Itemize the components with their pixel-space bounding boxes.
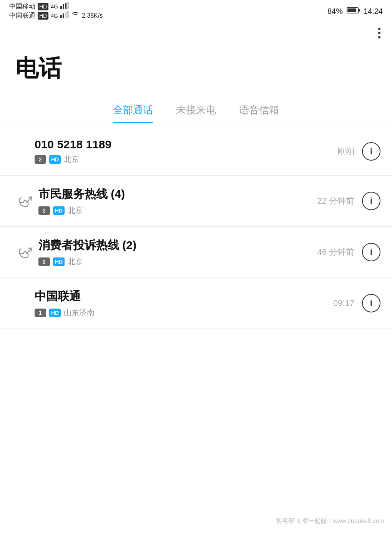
badge-hd-1: HD [49,155,61,164]
call-location-4: 山东济南 [64,307,95,318]
carrier1-name: 中国移动 [9,2,35,11]
badge-sim-1: 2 [35,155,46,164]
time-text: 14:24 [364,7,383,16]
app-header [0,22,392,42]
tab-all-calls-label: 全部通话 [113,103,153,117]
call-list: 010 5218 1189 2 HD 北京 刚刚 i 市民服务热线 (4) [0,127,392,329]
call-name-4: 中国联通 [35,289,333,304]
watermark: 客客帮 有客一起赚！www.zuanke8.com [276,517,384,525]
call-time-2: 22 分钟前 [317,195,354,207]
info-button-1[interactable]: i [362,142,380,161]
call-time-1: 刚刚 [337,146,354,157]
svg-rect-5 [63,13,64,18]
carrier2-name: 中国联通 [9,12,35,20]
status-bar: 中国移动 HD 4G 中国联通 HD 4G 2.38K/s 84% 14:24 [0,0,392,22]
more-menu-button[interactable] [378,28,380,38]
call-item-1[interactable]: 010 5218 1189 2 HD 北京 刚刚 i [0,127,392,176]
call-right-3: 46 分钟前 i [317,243,380,261]
call-right-4: 09:17 i [333,294,380,312]
page-title-section: 电话 [0,42,392,92]
info-button-4[interactable]: i [362,294,380,312]
call-time-4: 09:17 [333,298,354,308]
call-meta-2: 2 HD 北京 [38,205,317,216]
battery-icon [347,7,360,16]
tab-all-calls[interactable]: 全部通话 [113,103,153,123]
page-title: 电话 [15,53,377,84]
call-right-2: 22 分钟前 i [317,192,380,210]
call-info-2: 市民服务热线 (4) 2 HD 北京 [38,186,317,216]
info-icon-2: i [370,196,372,206]
call-right-1: 刚刚 i [337,142,380,161]
tab-voicemail[interactable]: 语音信箱 [239,103,279,123]
dot1 [378,28,380,30]
info-icon-1: i [370,146,372,156]
info-icon-3: i [370,247,372,257]
call-location-2: 北京 [68,205,83,216]
wifi-icon [71,11,80,20]
svg-rect-9 [358,9,360,12]
missed-call-icon-2 [15,194,35,208]
svg-rect-2 [65,3,66,9]
call-item-4[interactable]: 中国联通 1 HD 山东济南 09:17 i [0,278,392,329]
signal-bars-2 [60,11,69,20]
watermark-text: 客客帮 有客一起赚！www.zuanke8.com [276,518,384,524]
carrier2-line: 中国联通 HD 4G 2.38K/s [9,11,103,20]
tab-missed-calls-label: 未接来电 [176,103,216,117]
svg-rect-6 [65,12,66,18]
call-info-4: 中国联通 1 HD 山东济南 [35,289,333,318]
svg-rect-10 [347,8,356,12]
status-right: 84% 14:24 [327,7,383,16]
badge-hd-4: HD [49,309,61,317]
call-name-1: 010 5218 1189 [35,138,337,151]
tabs-container: 全部通话 未接来电 语音信箱 [0,92,392,123]
call-location-3: 北京 [68,256,83,267]
call-name-3: 消费者投诉热线 (2) [38,237,317,253]
dot3 [378,36,380,38]
carrier2-signal: HD [38,12,48,20]
info-button-3[interactable]: i [362,243,380,261]
call-meta-4: 1 HD 山东济南 [35,307,333,318]
badge-hd-3: HD [53,257,65,266]
call-info-1: 010 5218 1189 2 HD 北京 [35,138,337,164]
carrier1-signal: HD [38,3,48,10]
call-meta-1: 2 HD 北京 [35,154,337,164]
svg-rect-3 [67,2,69,9]
badge-sim-4: 1 [35,309,46,317]
call-item-2[interactable]: 市民服务热线 (4) 2 HD 北京 22 分钟前 i [0,176,392,227]
missed-arrow-icon-3 [18,245,32,259]
tab-voicemail-label: 语音信箱 [239,103,279,117]
call-item-3[interactable]: 消费者投诉热线 (2) 2 HD 北京 46 分钟前 i [0,227,392,278]
tab-missed-calls[interactable]: 未接来电 [176,103,216,123]
badge-sim-2: 2 [38,206,50,215]
call-time-3: 46 分钟前 [317,246,354,258]
speed-text: 2.38K/s [82,12,103,20]
carrier2-4g: 4G [51,12,58,19]
missed-arrow-icon-2 [18,194,32,208]
carrier1-line: 中国移动 HD 4G [9,2,103,11]
call-name-2: 市民服务热线 (4) [38,186,317,202]
svg-rect-7 [67,11,69,18]
battery-text: 84% [327,7,343,16]
info-icon-4: i [370,298,372,308]
svg-rect-0 [60,6,62,9]
call-location-1: 北京 [64,154,79,164]
call-info-3: 消费者投诉热线 (2) 2 HD 北京 [38,237,317,267]
svg-rect-4 [60,15,62,18]
missed-call-icon-3 [15,245,35,259]
carrier-info: 中国移动 HD 4G 中国联通 HD 4G 2.38K/s [9,2,103,20]
badge-hd-2: HD [53,206,65,215]
svg-rect-1 [63,4,64,9]
badge-sim-3: 2 [38,257,50,266]
call-meta-3: 2 HD 北京 [38,256,317,267]
signal-bars-1 [60,2,69,11]
carrier1-4g: 4G [51,3,58,10]
dot2 [378,32,380,34]
info-button-2[interactable]: i [362,192,380,210]
